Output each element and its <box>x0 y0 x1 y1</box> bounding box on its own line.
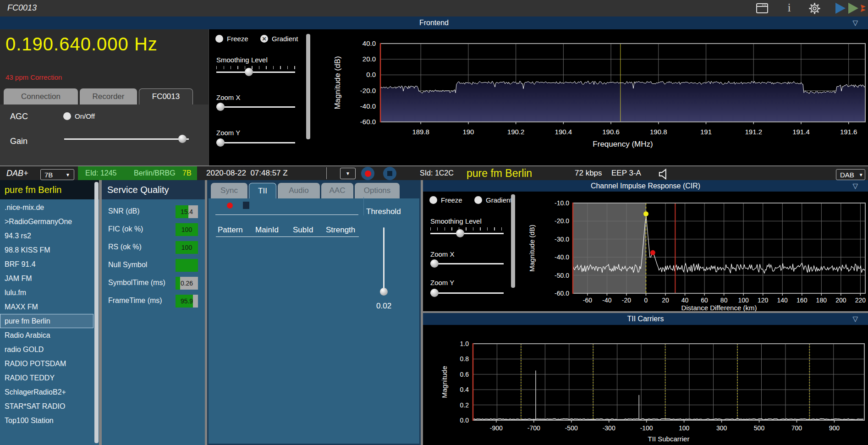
channel-select[interactable]: 7B ▼ <box>40 168 74 181</box>
station-list-item[interactable]: lulu.fm <box>0 286 93 300</box>
play-green-icon[interactable] <box>848 2 859 14</box>
cir-zoom-x-slider-track[interactable] <box>430 263 504 264</box>
cir-gradient-toggle[interactable]: Gradient <box>474 196 512 204</box>
cir-zoom-x-slider-handle[interactable] <box>430 259 439 268</box>
x-tick-label: 20 <box>662 297 669 304</box>
spectrum-window-icon[interactable] <box>756 3 768 13</box>
play-blue-icon[interactable] <box>835 2 846 14</box>
cir-header: Channel Impulse Response (CIR) ▽ <box>423 180 868 192</box>
station-list-item[interactable]: BRF 91.4 <box>0 257 93 271</box>
band-select[interactable]: DAB ▼ <box>836 168 865 181</box>
agc-toggle[interactable]: On/Off <box>63 112 95 120</box>
zoom-x-slider[interactable] <box>216 103 295 111</box>
spectrum-freeze-toggle[interactable]: Freeze <box>215 35 248 43</box>
x-tick-label: 300 <box>716 424 727 432</box>
tab-aac[interactable]: AAC <box>321 183 353 198</box>
threshold-slider-handle[interactable] <box>380 288 388 296</box>
toolbar-divider <box>326 167 327 179</box>
cir-smoothing-slider-track[interactable] <box>430 233 504 234</box>
freeze-label: Freeze <box>227 35 248 43</box>
band-select-value: DAB <box>840 171 854 179</box>
cir-zoom-y-slider[interactable] <box>430 289 504 297</box>
cir-freeze-radio-icon[interactable] <box>429 196 437 204</box>
cir-smoothing-slider[interactable] <box>430 229 504 237</box>
threshold-slider-track[interactable] <box>383 227 385 295</box>
station-list-item[interactable]: 98.8 KISS FM <box>0 243 93 257</box>
tab-sync[interactable]: Sync <box>211 183 247 198</box>
x-tick-label: 100 <box>679 424 690 432</box>
zoom-y-slider-handle[interactable] <box>216 138 225 147</box>
y-tick-label: -60.0 <box>360 118 376 126</box>
x-tick-label: 700 <box>791 424 802 432</box>
smoothing-slider-handle[interactable] <box>245 68 253 76</box>
station-list-item[interactable]: Top100 Station <box>0 413 93 428</box>
tii-table-underline <box>216 236 359 237</box>
zoom-y-slider-track[interactable] <box>216 142 295 143</box>
zoom-y-slider[interactable] <box>216 138 295 147</box>
spectrum-controls-scrollbar[interactable] <box>306 34 310 139</box>
zoom-x-slider-handle[interactable] <box>216 103 225 111</box>
frontend-spectrum-plot[interactable]: 189.8190190.2190.4190.6190.8191191.2191.… <box>316 29 868 165</box>
x-tick-label: 190.8 <box>650 128 667 136</box>
gain-slider-handle[interactable] <box>178 135 187 143</box>
cir-freeze-toggle[interactable]: Freeze <box>429 196 462 204</box>
y-tick-label: -60.0 <box>555 290 569 297</box>
station-list-item[interactable]: .nice-mix.de <box>0 200 93 214</box>
cir-controls-scrollbar[interactable] <box>511 194 515 288</box>
tab-fc0013[interactable]: FC0013 <box>139 88 193 104</box>
station-list-item[interactable]: 94.3 rs2 <box>0 229 93 243</box>
freeze-radio-icon[interactable] <box>215 35 223 43</box>
frequency-display: 0.190.640.000 Hz <box>5 34 158 55</box>
info-icon[interactable]: i <box>785 1 794 15</box>
spectrum-gradient-toggle[interactable]: Gradient <box>260 35 298 43</box>
cir-gradient-radio-icon[interactable] <box>474 196 482 204</box>
record-button[interactable] <box>361 167 374 180</box>
station-list-item[interactable]: MAXX FM <box>0 300 93 314</box>
audio-dropdown-button[interactable]: ▼ <box>340 168 356 179</box>
tab-options[interactable]: Options <box>355 183 400 198</box>
station-list-item[interactable]: SchlagerRadioB2+ <box>0 385 93 399</box>
gain-slider-track[interactable] <box>64 138 189 140</box>
speaker-icon[interactable] <box>658 167 671 181</box>
settings-gear-icon[interactable] <box>808 2 821 15</box>
station-list-item[interactable]: JAM FM <box>0 271 93 286</box>
gradient-radio-icon[interactable] <box>260 35 268 43</box>
tii-record-dot-icon[interactable] <box>227 203 233 209</box>
frontend-collapse-icon[interactable]: ▽ <box>852 19 858 27</box>
station-list-item[interactable]: Radio Arabica <box>0 328 93 342</box>
stop-orange-icon[interactable] <box>861 2 868 14</box>
station-list-item[interactable]: STAR*SAT RADIO <box>0 399 93 413</box>
tab-tii[interactable]: TII <box>249 183 276 198</box>
x-tick-label: 191.2 <box>745 128 762 136</box>
stop-button[interactable] <box>383 167 396 180</box>
x-tick-label: 200 <box>835 297 846 304</box>
y-axis-label: Magnitude (dB) <box>528 225 536 272</box>
cir-zoom-x-slider[interactable] <box>430 259 504 268</box>
cir-zoom-y-slider-handle[interactable] <box>430 289 439 297</box>
title-bar: FC0013 i <box>0 0 868 16</box>
cir-collapse-icon[interactable]: ▽ <box>852 182 858 190</box>
gain-slider[interactable] <box>64 135 189 143</box>
station-list-item[interactable]: RADIO TEDDY <box>0 371 93 385</box>
tii-collapse-icon[interactable]: ▽ <box>852 315 858 323</box>
threshold-label: Threshold <box>366 207 401 216</box>
smoothing-slider[interactable] <box>216 68 295 76</box>
zoom-x-slider-track[interactable] <box>216 106 295 108</box>
tab-audio[interactable]: Audio <box>278 183 320 198</box>
tab-recorder[interactable]: Recorder <box>80 88 137 104</box>
tii-stop-square-icon[interactable] <box>243 202 249 209</box>
cir-gradient-label: Gradient <box>486 196 512 204</box>
agc-radio-icon[interactable] <box>63 112 71 120</box>
station-list-item[interactable]: RADIO POTSDAM <box>0 357 93 371</box>
station-list-scrollbar[interactable] <box>94 182 99 443</box>
agc-toggle-label: On/Off <box>75 112 95 120</box>
sq-value: 100 <box>176 223 198 236</box>
station-list-item[interactable]: radio GOLD <box>0 342 93 357</box>
cir-zoom-y-slider-track[interactable] <box>430 292 504 294</box>
cir-smoothing-slider-handle[interactable] <box>456 229 464 237</box>
station-list-item[interactable]: pure fm Berlin <box>0 314 93 328</box>
tab-connection[interactable]: Connection <box>4 88 78 104</box>
smoothing-slider-track[interactable] <box>216 71 295 73</box>
sq-row-null-symbol: Null Symbol <box>108 259 198 272</box>
station-list-item[interactable]: >RadioGermanyOne <box>0 214 93 229</box>
